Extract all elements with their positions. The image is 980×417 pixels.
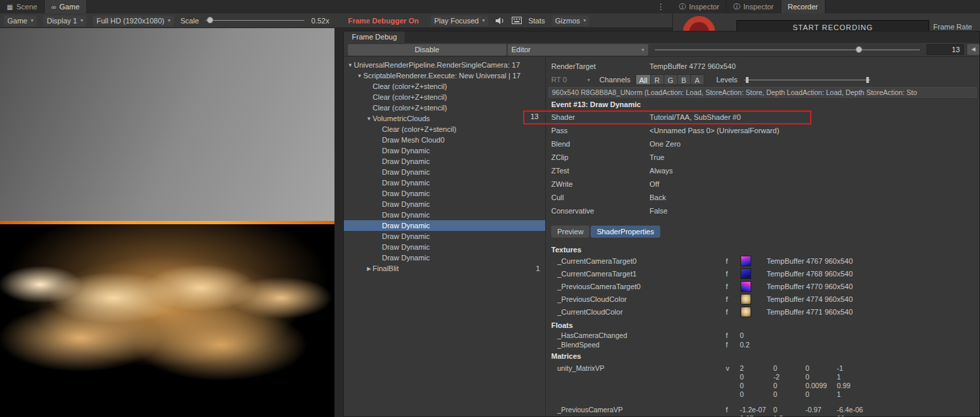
foldout-closed-icon[interactable]: ▶ — [365, 266, 373, 272]
frame-debug-tab-strip: Frame Debug — [344, 31, 979, 43]
tab-recorder[interactable]: Recorder — [781, 0, 825, 13]
texture-thumbnail[interactable] — [741, 281, 751, 292]
chevron-down-icon: ▾ — [587, 77, 590, 83]
slider-track — [655, 50, 920, 50]
channel-b-button[interactable]: B — [678, 74, 691, 85]
resolution-dropdown[interactable]: Full HD (1920x1080) ▾ — [93, 15, 174, 26]
texture-name: _CurrentCameraTarget1 — [557, 270, 637, 278]
shader-stage-flag: f — [726, 255, 728, 268]
play-focused-label: Play Focused — [434, 17, 479, 25]
matrix-values: 200-1 0-201 000.00990.99 0001 — [740, 364, 878, 399]
texture-property-row: _CurrentCameraTarget1 f TempBuffer 4768 … — [546, 268, 979, 280]
tree-item[interactable]: Draw Dynamic — [344, 242, 545, 252]
play-focused-dropdown[interactable]: Play Focused ▾ — [431, 15, 488, 26]
device-grid-icon[interactable] — [512, 17, 522, 24]
property-row-zwrite: ZWrite Off — [546, 177, 979, 191]
event-tree: ▼UniversalRenderPipeline.RenderSingleCam… — [344, 57, 546, 417]
frame-debugger-status: Frame Debugger On — [348, 17, 419, 25]
foldout-open-icon[interactable]: ▼ — [347, 62, 354, 68]
render-target-label: RenderTarget — [551, 62, 650, 70]
top-tab-bar: ▦ Scene ∞ Game ⋮ ⓘ Inspector ⓘ Inspector… — [0, 0, 980, 13]
float-name: _HasCameraChanged — [557, 331, 627, 339]
game-display-dropdown[interactable]: Game ▾ — [4, 15, 37, 26]
texture-name: _PreviousCloudColor — [557, 295, 627, 303]
tree-item[interactable]: Draw Dynamic — [344, 210, 545, 220]
tab-inspector-1[interactable]: ⓘ Inspector — [672, 0, 726, 13]
buffer-info: 960x540 R8G8B8A8_UNorm (LoadAction: Load… — [549, 87, 977, 98]
texture-property-row: _PreviousCloudColor f TempBuffer 4774 96… — [546, 293, 979, 306]
shader-stage-flag: f — [726, 331, 728, 340]
recorder-panel: START RECORDING Frame Rate — [672, 13, 980, 31]
tree-item[interactable]: Clear (color+Z+stencil) — [344, 81, 545, 92]
tree-item[interactable]: Draw Dynamic — [344, 231, 545, 242]
texture-property-row: _PreviousCameraTarget0 f TempBuffer 4770… — [546, 280, 979, 293]
channel-a-button[interactable]: A — [691, 74, 704, 85]
rt-dropdown-label: RT 0 — [551, 76, 567, 84]
disable-button[interactable]: Disable — [348, 44, 506, 56]
frame-event-slider[interactable] — [655, 44, 920, 56]
tree-item[interactable]: Draw Dynamic — [344, 199, 545, 210]
texture-thumbnail[interactable] — [741, 307, 751, 317]
tree-item[interactable]: ▼UniversalRenderPipeline.RenderSingleCam… — [344, 60, 545, 70]
shader-stage-flag: f — [726, 268, 728, 280]
slider-track — [205, 20, 304, 21]
channel-buttons: All R G B A — [635, 74, 704, 85]
tree-item[interactable]: Clear (color+Z+stencil) — [344, 102, 545, 113]
levels-min-handle[interactable] — [746, 77, 749, 83]
frame-debugger-window: Frame Debug Disable Editor ▾ 13 ◀ ▼Unive… — [343, 31, 980, 417]
event-title: Event #13: Draw Dynamic — [546, 98, 979, 110]
texture-name: _CurrentCloudColor — [557, 308, 623, 316]
chevron-down-icon: ▾ — [80, 17, 83, 23]
frame-number-field[interactable]: 13 — [926, 44, 964, 55]
chevron-down-icon: ▾ — [168, 17, 171, 23]
info-icon: ⓘ — [679, 2, 686, 11]
stats-button[interactable]: Stats — [528, 17, 545, 25]
tab-shader-properties[interactable]: ShaderProperties — [591, 226, 660, 238]
tree-item[interactable]: Clear (color+Z+stencil) — [344, 92, 545, 102]
info-icon: ⓘ — [733, 2, 740, 11]
tab-preview[interactable]: Preview — [551, 226, 589, 238]
tree-item[interactable]: ▶FinalBlit1 — [344, 263, 545, 274]
rt-dropdown[interactable]: RT 0 ▾ — [551, 76, 590, 84]
tab-inspector-2[interactable]: ⓘ Inspector — [726, 0, 781, 13]
tree-item[interactable]: Draw Dynamic — [344, 252, 545, 263]
texture-value: TempBuffer 4768 960x540 — [767, 268, 853, 280]
tab-game[interactable]: ∞ Game — [45, 0, 87, 13]
channel-g-button[interactable]: G — [664, 74, 678, 85]
tree-item[interactable]: Clear (color+Z+stencil) — [344, 124, 545, 135]
levels-slider[interactable] — [745, 74, 870, 86]
tree-item[interactable]: Draw Mesh Cloud0 — [344, 135, 545, 145]
tree-item[interactable]: Draw Dynamic — [344, 145, 545, 156]
channel-r-button[interactable]: R — [651, 74, 664, 85]
texture-thumbnail[interactable] — [741, 268, 751, 279]
property-row-cull: Cull Back — [546, 191, 979, 204]
display-number-dropdown[interactable]: Display 1 ▾ — [43, 15, 86, 26]
foldout-open-icon[interactable]: ▼ — [365, 116, 373, 122]
slider-thumb[interactable] — [856, 46, 862, 53]
tree-item[interactable]: Draw Dynamic — [344, 167, 545, 177]
tree-item[interactable]: ▼ScriptableRenderer.Execute: New Univers… — [344, 70, 545, 81]
tree-item[interactable]: ▼VolumetricClouds — [344, 113, 545, 124]
display-number-label: Display 1 — [47, 17, 77, 25]
clouds-render — [0, 224, 334, 407]
mute-audio-icon[interactable] — [495, 17, 505, 25]
tab-frame-debug[interactable]: Frame Debug — [344, 31, 405, 43]
target-dropdown[interactable]: Editor ▾ — [508, 44, 649, 56]
tree-item-selected[interactable]: Draw Dynamic — [344, 220, 545, 231]
levels-max-handle[interactable] — [866, 77, 869, 83]
texture-thumbnail[interactable] — [741, 256, 751, 266]
tab-inspector-2-label: Inspector — [743, 3, 773, 11]
texture-thumbnail[interactable] — [741, 294, 751, 305]
kebab-menu-icon[interactable]: ⋮ — [656, 0, 666, 13]
slider-thumb[interactable] — [207, 17, 213, 23]
tree-item[interactable]: Draw Dynamic — [344, 188, 545, 199]
event-details: RenderTarget TempBuffer 4772 960x540 RT … — [546, 57, 979, 417]
channel-all-button[interactable]: All — [635, 74, 650, 85]
gizmos-dropdown[interactable]: Gizmos ▾ — [552, 15, 589, 26]
prev-event-button[interactable]: ◀ — [967, 44, 979, 55]
tree-item[interactable]: Draw Dynamic — [344, 177, 545, 188]
tree-item[interactable]: Draw Dynamic — [344, 156, 545, 167]
tab-scene[interactable]: ▦ Scene — [0, 0, 45, 13]
foldout-open-icon[interactable]: ▼ — [356, 73, 363, 79]
scale-slider[interactable] — [205, 15, 304, 26]
